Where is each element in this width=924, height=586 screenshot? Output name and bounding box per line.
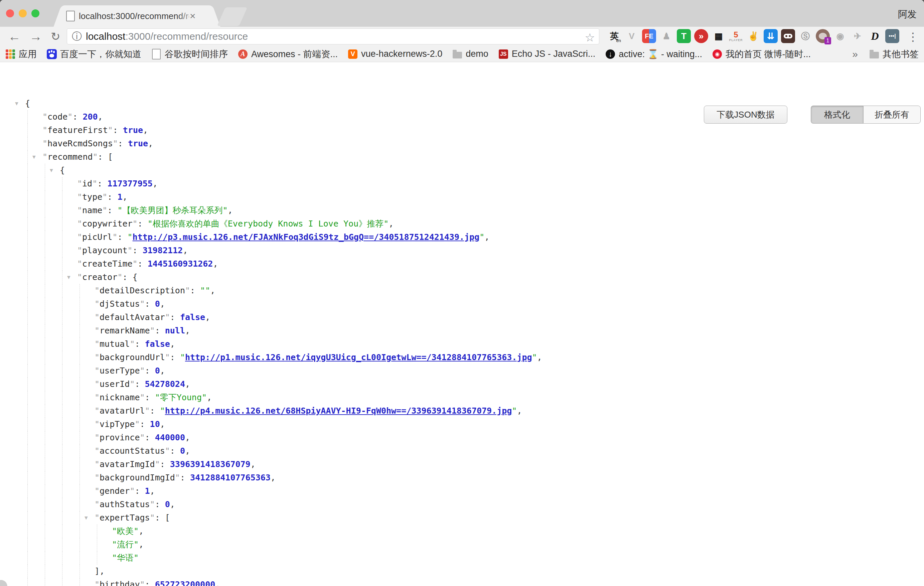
indent-guide — [79, 484, 80, 498]
browser-tab[interactable]: localhost:3000/recommend/re × — [63, 5, 210, 27]
extension-org-chart-icon[interactable]: ♟ — [660, 29, 673, 43]
bookmark-item[interactable]: JSEcho JS - JavaScri... — [498, 49, 596, 59]
indent-guide — [62, 471, 63, 484]
bookmark-label: 我的首页 微博-随时... — [726, 48, 811, 60]
bookmark-item[interactable]: ↓active: ⌛ - waiting... — [605, 49, 702, 59]
extension-badge: 1 — [825, 37, 831, 45]
indent-guide — [62, 271, 63, 284]
extension-double-down-icon[interactable]: ⇊ — [764, 29, 778, 43]
forward-icon[interactable]: → — [30, 27, 42, 45]
bookmarks-overflow-icon[interactable]: » — [852, 48, 858, 60]
collapse-toggle-icon[interactable]: ▼ — [67, 271, 71, 284]
indent-guide — [27, 204, 28, 217]
extension-s-icon[interactable]: Ⓢ — [799, 29, 812, 43]
indent-guide — [79, 511, 80, 525]
indent-guide — [27, 458, 28, 471]
bookmark-item[interactable]: AAwesomes - 前端资... — [238, 48, 338, 60]
extension-mask-icon[interactable] — [781, 29, 795, 43]
bookmark-star-icon[interactable]: ☆ — [585, 31, 595, 44]
tab-close-icon[interactable]: × — [190, 11, 196, 21]
indent-guide — [27, 565, 28, 578]
extension-monkey-icon[interactable]: 1 — [816, 29, 830, 43]
indent-guide — [27, 498, 28, 511]
indent-guide — [45, 404, 45, 418]
back-icon[interactable]: ← — [8, 27, 21, 45]
json-line: "playcount": 31982112, — [0, 244, 924, 257]
chrome-menu-icon[interactable]: ⋮ — [907, 30, 919, 43]
indent-guide — [27, 551, 28, 565]
other-bookmarks-folder[interactable]: 其他书签 — [869, 48, 919, 60]
collapse-toggle-icon[interactable]: ▼ — [84, 511, 88, 525]
indent-guide — [27, 150, 28, 164]
indent-guide — [27, 324, 28, 337]
indent-guide — [27, 124, 28, 137]
indent-guide — [62, 578, 63, 586]
indent-guide — [62, 391, 63, 404]
indent-guide — [62, 257, 63, 271]
indent-guide — [45, 391, 45, 404]
json-url-link[interactable]: http://p3.music.126.net/FJAxNkFoq3dGiS9t… — [133, 232, 480, 242]
bookmark-item[interactable]: 百度一下，你就知道 — [47, 48, 141, 60]
indent-guide — [62, 378, 63, 391]
extension-qr-code-icon[interactable]: ▦ — [711, 29, 726, 43]
json-url-link[interactable]: http://p1.music.126.net/iqygU3Uicg_cL00I… — [185, 352, 532, 362]
reload-icon[interactable]: ↻ — [51, 27, 61, 45]
indent-guide — [27, 471, 28, 484]
indent-guide — [45, 565, 45, 578]
bookmark-label: Awesomes - 前端资... — [251, 48, 338, 60]
bookmark-item[interactable]: 应用 — [5, 48, 37, 60]
profile-name[interactable]: 阿发 — [898, 8, 917, 21]
collapse-toggle-icon[interactable]: ▼ — [32, 150, 36, 164]
bookmark-label: demo — [466, 49, 488, 59]
indent-guide — [62, 297, 63, 311]
bookmark-item[interactable]: Vvue-hackernews-2.0 — [348, 49, 442, 59]
indent-guide — [45, 458, 45, 471]
extension-translate-icon[interactable]: 英en — [607, 29, 621, 43]
indent-guide — [45, 551, 45, 565]
bookmark-label: 百度一下，你就知道 — [60, 48, 141, 60]
json-line: ▼"recommend": [ — [0, 150, 924, 164]
indent-guide — [79, 498, 80, 511]
indent-guide — [79, 284, 80, 297]
address-bar[interactable]: ⓘ localhost:3000/recommend/resource ☆ — [67, 28, 599, 45]
extension-shield-t-icon[interactable]: T — [677, 29, 691, 43]
extension-vue-devtools-icon[interactable]: V — [625, 29, 639, 43]
indent-guide — [79, 431, 80, 444]
bookmark-item[interactable]: 谷歌按时间排序 — [151, 48, 228, 60]
indent-guide — [79, 391, 80, 404]
window-controls — [6, 9, 40, 17]
collapse-toggle-icon[interactable]: ▼ — [15, 97, 18, 110]
extension-dots-box-icon[interactable]: •••| — [885, 29, 899, 43]
extension-fast-forward-icon[interactable]: » — [694, 29, 708, 43]
extension-weibo-gray-icon[interactable]: ◉ — [833, 29, 847, 43]
extension-fehelper-icon[interactable]: FE — [642, 29, 656, 43]
json-line: ▼"expertTags": [ — [0, 511, 924, 525]
minimize-window-icon[interactable] — [19, 9, 27, 17]
baidu-paw-icon — [47, 49, 57, 59]
indent-guide — [27, 378, 28, 391]
indent-guide — [45, 418, 45, 431]
bookmark-item[interactable]: ◉我的首页 微博-随时... — [712, 48, 811, 60]
extension-d-letter-icon[interactable]: D — [868, 29, 882, 43]
indent-guide — [45, 204, 45, 217]
json-url-link[interactable]: http://p4.music.126.net/68HSpiyAAVY-HI9-… — [165, 406, 512, 416]
indent-guide — [62, 525, 63, 538]
bookmark-item[interactable]: demo — [452, 49, 488, 59]
browser-window: localhost:3000/recommend/re × 阿发 ← → ↻ ⓘ… — [0, 0, 924, 586]
indent-guide — [79, 337, 80, 351]
indent-guide — [79, 418, 80, 431]
bookmark-label: active: ⌛ - waiting... — [619, 49, 702, 59]
new-tab-button[interactable] — [217, 7, 248, 26]
site-info-icon[interactable]: ⓘ — [72, 30, 82, 43]
indent-guide — [79, 444, 80, 458]
indent-guide — [79, 471, 80, 484]
collapse-toggle-icon[interactable]: ▼ — [50, 164, 53, 177]
zoom-window-icon[interactable] — [31, 9, 40, 17]
indent-guide — [62, 364, 63, 378]
url-text: localhost:3000/recommend/resource — [86, 31, 248, 42]
close-window-icon[interactable] — [6, 9, 14, 17]
extension-bird-icon[interactable]: ✈ — [850, 29, 865, 43]
indent-guide — [79, 538, 80, 551]
extension-html5-player-icon[interactable]: 5PLAYER — [729, 29, 743, 43]
extension-paw-icon[interactable]: ✌ — [746, 29, 760, 43]
